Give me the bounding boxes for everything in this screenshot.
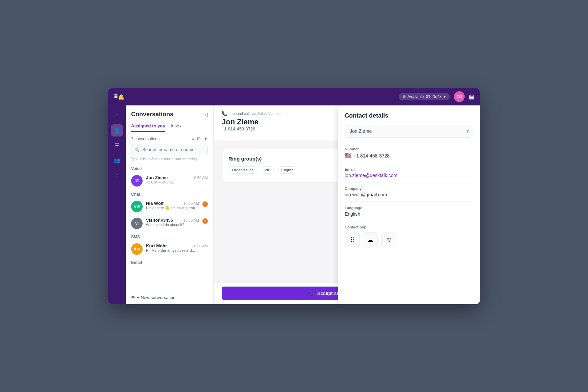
tag-order-issues: Order Issues	[228, 166, 257, 174]
nav-home-icon[interactable]: ⌂	[111, 109, 123, 122]
grid-icon[interactable]: ▦	[469, 93, 474, 100]
section-voice-label: Voice	[126, 164, 213, 172]
conv-name: Nia Wolf	[146, 201, 164, 206]
section-sms-label: SMS	[126, 232, 213, 241]
new-conv-label: + New conversation	[137, 295, 176, 300]
unread-badge: 1	[202, 218, 208, 224]
conv-count: 7 conversations	[131, 137, 160, 141]
contact-select-wrapper: Jon Zieme ▾	[345, 125, 473, 138]
conv-name: Visitor #3455	[146, 218, 173, 223]
grid-view-icon[interactable]: ⊞	[197, 136, 201, 141]
user-avatar[interactable]: CO	[454, 91, 465, 102]
conv-controls: ≡ ⊞ ▼	[192, 136, 208, 141]
caller-phone: +1 814-458-3728	[222, 126, 281, 131]
avatar-kurt-mohr: KM	[131, 243, 143, 255]
new-conversation-button[interactable]: ⊕ + New conversation	[126, 291, 213, 304]
contact-details-title: Contact details	[345, 112, 473, 119]
detail-email: Email jon.zieme@desktalk.com	[345, 163, 473, 182]
nav-conversations-icon[interactable]: 👤	[111, 124, 123, 137]
phone-icon: 📞	[222, 111, 227, 116]
inbound-text: Inbound call	[229, 112, 249, 116]
search-input[interactable]	[131, 144, 208, 155]
main-content: ⌂ 👤 ☰ 👥 ○ Conversations ◁ Assigned to yo…	[108, 105, 480, 304]
status-time: 01:25:43	[426, 94, 442, 99]
unread-badge: 1	[202, 201, 208, 207]
chevron-down-icon: ▾	[444, 94, 446, 99]
sidebar-tabs: Assigned to you Inbox	[126, 121, 213, 132]
filter-icon[interactable]: ▼	[203, 136, 208, 141]
contact-pop-desktalk-icon[interactable]: ⠿	[345, 232, 360, 247]
top-bar-right: Available 01:25:43 ▾ CO ▦	[399, 91, 474, 102]
accept-phone-icon: 📞	[309, 291, 314, 296]
avatar-nia-wolf: NW	[131, 201, 143, 212]
email-text: jon.zieme@desktalk.com	[345, 173, 397, 178]
tab-inbox[interactable]: Inbox	[171, 121, 181, 132]
conv-preview: Hi! My order arrived yesterd...	[146, 248, 208, 252]
avatar-visitor: Vi	[131, 218, 143, 229]
call-header-left: 📞 Inbound call via Sales Number Jon Ziem…	[222, 111, 281, 131]
detail-language-label: Language	[345, 206, 473, 210]
app-logo: ⠿	[114, 93, 118, 100]
conv-item-nia-wolf[interactable]: NW Nia Wolf 10:50 AM Hello there 👋 I'm h…	[126, 198, 213, 215]
contact-details-panel: Contact details Jon Zieme ▾ Number 🇺🇸 +1…	[338, 105, 480, 304]
contact-pop-salesforce-icon[interactable]: ☁	[363, 232, 378, 247]
app-container: ⠿ 🔔 Available 01:25:43 ▾ CO ▦ ⌂ 👤 ☰ 👥 ○	[108, 88, 480, 304]
status-dot	[403, 95, 406, 98]
conv-count-row: 7 conversations ≡ ⊞ ▼	[126, 135, 213, 144]
conv-time: 10:50 AM	[183, 218, 199, 222]
section-email-label: Email	[126, 258, 213, 266]
nav-contacts-icon[interactable]: 👥	[111, 154, 123, 166]
conv-item-visitor-3455[interactable]: Vi Visitor #3455 10:50 AM What can I do …	[126, 215, 213, 232]
nav-circle-icon[interactable]: ○	[111, 169, 123, 181]
conv-preview: What can I do about it?	[146, 223, 199, 227]
search-icon: 🔍	[134, 147, 140, 152]
pop-icons: ⠿ ☁ ≋	[345, 232, 473, 247]
detail-email-value: jon.zieme@desktalk.com	[345, 173, 473, 178]
nav-list-icon[interactable]: ☰	[111, 139, 123, 151]
tag-vip: VIP	[261, 166, 274, 174]
list-view-icon[interactable]: ≡	[192, 136, 195, 141]
conv-item-kurt-mohr[interactable]: KM Kurt Mohr 10:50 AM Hi! My order arriv…	[126, 241, 213, 258]
detail-number-label: Number	[345, 147, 473, 151]
conv-time: 10:50 AM	[192, 176, 208, 180]
caller-name: Jon Zieme	[222, 118, 281, 126]
status-badge[interactable]: Available 01:25:43 ▾	[399, 93, 450, 100]
inbound-label-row: 📞 Inbound call via Sales Number	[222, 111, 281, 116]
search-hint: Type at least 3 characters to start sear…	[126, 156, 213, 164]
flag-us-icon: 🇺🇸	[345, 152, 351, 159]
conv-name: Kurt Mohr	[146, 243, 167, 248]
phone-number-text: +1 814-458-3728	[353, 153, 390, 158]
left-nav: ⌂ 👤 ☰ 👥 ○	[108, 105, 126, 304]
collapse-button[interactable]: ◁	[204, 112, 208, 117]
conv-name: Jon Zieme	[146, 175, 168, 180]
detail-number-value: 🇺🇸 +1 814-458-3728	[345, 152, 473, 159]
detail-number: Number 🇺🇸 +1 814-458-3728	[345, 143, 473, 163]
conv-info-nia-wolf: Nia Wolf 10:50 AM Hello there 👋 I'm havi…	[146, 201, 199, 210]
conv-info-visitor: Visitor #3455 10:50 AM What can I do abo…	[146, 218, 199, 227]
status-label: Available	[408, 94, 424, 99]
section-chat-label: Chat	[126, 189, 213, 198]
conv-time: 10:50 AM	[192, 244, 208, 248]
search-bar: 🔍	[131, 144, 208, 155]
contact-pop-section: Contact pop ⠿ ☁ ≋	[345, 221, 473, 251]
bell-icon[interactable]: 🔔	[118, 94, 125, 100]
sidebar: Conversations ◁ Assigned to you Inbox 7 …	[126, 105, 214, 304]
main-panel: 📞 Inbound call via Sales Number Jon Ziem…	[214, 105, 480, 304]
company-text: nia.wolf@gmail.com	[345, 192, 387, 197]
tab-assigned-to-you[interactable]: Assigned to you	[131, 121, 165, 132]
sidebar-header: Conversations ◁	[126, 105, 213, 121]
language-text: English	[345, 211, 360, 217]
conv-preview: Hello there 👋 I'm having trouble...	[146, 206, 199, 210]
detail-company: Company nia.wolf@gmail.com	[345, 182, 473, 202]
contact-pop-zendesk-icon[interactable]: ≋	[381, 232, 396, 247]
detail-language: Language English	[345, 202, 473, 221]
conv-info-jon-zieme: Jon Zieme 10:50 AM +1 814-458-3728	[146, 175, 208, 184]
plus-icon: ⊕	[131, 295, 135, 300]
top-bar: ⠿ 🔔 Available 01:25:43 ▾ CO ▦	[108, 88, 480, 105]
tag-english: English	[278, 166, 297, 174]
contact-select[interactable]: Jon Zieme	[345, 125, 473, 138]
avatar-jon-zieme: JZ	[131, 175, 143, 187]
conv-item-jon-zieme[interactable]: JZ Jon Zieme 10:50 AM +1 814-458-3728	[126, 172, 213, 189]
detail-email-label: Email	[345, 167, 473, 171]
conv-phone: +1 814-458-3728	[146, 180, 208, 184]
